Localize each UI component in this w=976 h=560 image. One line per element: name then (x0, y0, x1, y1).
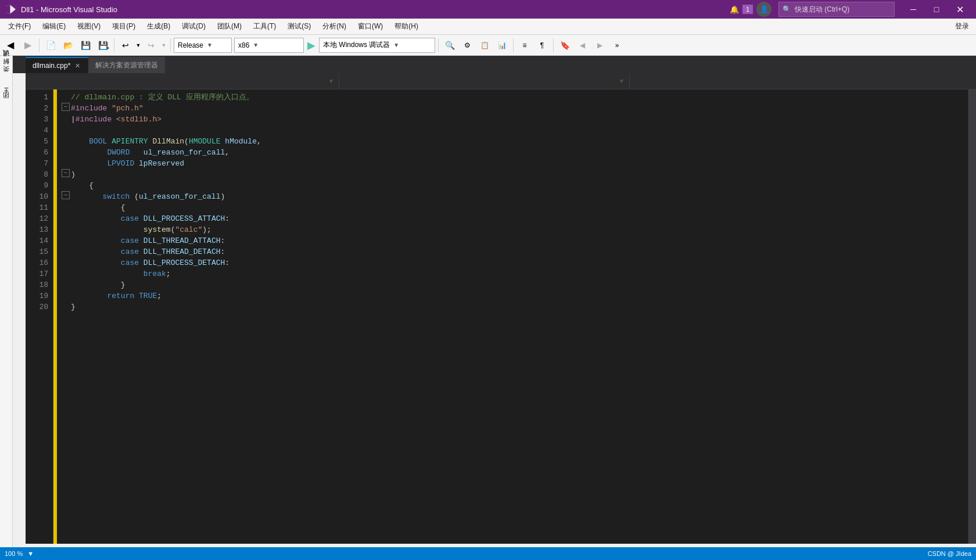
vs-logo-icon (5, 3, 17, 16)
tab-dllmain[interactable]: dllmain.cpp* ✕ (26, 57, 88, 73)
menu-analyze[interactable]: 分析(N) (317, 19, 352, 34)
tab-dllmain-label: dllmain.cpp* (33, 62, 70, 70)
menu-build[interactable]: 生成(B) (141, 19, 176, 34)
code-line-12: case DLL_PROCESS_ATTACH : (62, 213, 968, 224)
side-toolbar-item-1[interactable]: 调试 (0, 58, 12, 65)
login-button[interactable]: 登录 (955, 21, 974, 31)
separator-2 (114, 38, 114, 52)
fold-icon-8[interactable]: − (62, 169, 70, 177)
separator-6 (553, 38, 554, 52)
window-controls: ─ □ ✕ (902, 0, 971, 19)
debug-target-arrow-icon: ▼ (393, 42, 399, 48)
search-icon: 🔍 (783, 5, 791, 13)
code-line-14: case DLL_THREAD_ATTACH : (62, 235, 968, 246)
menu-team[interactable]: 团队(M) (211, 19, 247, 34)
minimize-button[interactable]: ─ (902, 0, 925, 19)
redo-dropdown[interactable]: ▼ (160, 37, 167, 53)
open-button[interactable]: 📂 (60, 37, 76, 53)
code-line-8: − ) (62, 169, 968, 180)
fold-icon-2[interactable]: − (62, 103, 70, 111)
close-button[interactable]: ✕ (948, 0, 971, 19)
code-line-4 (62, 125, 968, 136)
separator-1 (39, 38, 40, 52)
code-line-6: DWORD ul_reason_for_call , (62, 147, 968, 158)
new-file-button[interactable]: 📄 (42, 37, 59, 53)
hierarchy-button[interactable]: 📊 (494, 37, 510, 53)
notification-icon: 🔔 (730, 5, 739, 14)
side-toolbar-item-2[interactable]: 解 (0, 66, 12, 73)
menu-project[interactable]: 项目(P) (106, 19, 141, 34)
debug-target-dropdown[interactable]: 本地 Windows 调试器 ▼ (319, 38, 435, 53)
search-box[interactable]: 🔍 快速启动 (Ctrl+Q) (778, 2, 895, 17)
platform-arrow-icon: ▼ (253, 42, 259, 48)
platform-dropdown[interactable]: x86 ▼ (234, 38, 304, 53)
tab-solution-label: 解决方案资源管理器 (95, 60, 158, 70)
code-line-13: system ( "calc" ); (62, 224, 968, 235)
code-content[interactable]: // dllmain.cpp : 定义 DLL 应用程序的入口点。 − #inc… (57, 89, 968, 544)
next-bookmark-button[interactable]: ▶ (591, 37, 608, 53)
side-toolbar: 调试 解 类 ± 团 (0, 56, 13, 560)
menu-tools[interactable]: 工具(T) (247, 19, 282, 34)
code-line-19: return TRUE ; (62, 290, 968, 301)
undo-button[interactable]: ↩ (117, 37, 134, 53)
title-bar-right: 🔔 1 👤 🔍 快速启动 (Ctrl+Q) ─ □ ✕ (730, 0, 971, 19)
undo-dropdown[interactable]: ▼ (135, 37, 142, 53)
maximize-button[interactable]: □ (925, 0, 948, 19)
code-line-10: − switch ( ul_reason_for_call ) (62, 191, 968, 202)
profile-icon[interactable]: 👤 (756, 2, 772, 17)
code-line-7: LPVOID lpReserved (62, 158, 968, 169)
find-button[interactable]: 🔍 (442, 37, 458, 53)
code-editor[interactable]: 12345 678910 1112131415 1617181920 // dl… (26, 89, 976, 544)
separator-3 (170, 38, 171, 52)
code-line-1: // dllmain.cpp : 定义 DLL 应用程序的入口点。 (62, 92, 968, 103)
zoom-control[interactable]: 100 % ▼ (5, 550, 34, 557)
notification-badge: 1 (742, 5, 753, 14)
more-button[interactable]: » (609, 37, 625, 53)
tab-dllmain-close[interactable]: ✕ (74, 62, 81, 70)
menu-edit[interactable]: 编辑(E) (37, 19, 71, 34)
svg-marker-2 (6, 9, 10, 14)
save-button[interactable]: 💾 (77, 37, 94, 53)
menu-debug[interactable]: 调试(D) (176, 19, 211, 34)
nav-right-arrow: ▼ (619, 78, 625, 84)
tool2-button[interactable]: ⚙ (459, 37, 475, 53)
code-line-5: BOOL APIENTRY DllMain ( HMODULE hModule … (62, 136, 968, 147)
fold-icon-10[interactable]: − (62, 191, 70, 199)
code-line-17: break ; (62, 268, 968, 279)
configuration-dropdown[interactable]: Release ▼ (174, 38, 232, 53)
nav-dropdown-left[interactable]: ▼ (26, 74, 339, 89)
window-title: Dll1 - Microsoft Visual Studio (21, 5, 117, 14)
align-left-button[interactable]: ≡ (516, 37, 533, 53)
config-arrow-icon: ▼ (207, 42, 213, 48)
vertical-scrollbar[interactable] (968, 89, 976, 544)
status-branding: CSDN @ JIdea (928, 550, 971, 557)
side-toolbar-item-5[interactable]: 团 (0, 100, 12, 107)
menu-test[interactable]: 测试(S) (282, 19, 317, 34)
side-toolbar-item-3[interactable]: 类 (0, 74, 12, 81)
nav-dropdown-right[interactable]: ▼ (339, 74, 630, 89)
prev-bookmark-button[interactable]: ◀ (574, 37, 590, 53)
side-toolbar-item-4[interactable]: ± (0, 82, 13, 99)
zoom-arrow: ▼ (27, 550, 34, 557)
status-right: CSDN @ JIdea (928, 550, 971, 557)
menu-window[interactable]: 窗口(W) (352, 19, 389, 34)
menu-view[interactable]: 视图(V) (71, 19, 106, 34)
run-debug-button[interactable]: ▶ (305, 39, 318, 52)
tab-solution-explorer[interactable]: 解决方案资源管理器 (88, 57, 165, 73)
menu-help[interactable]: 帮助(H) (389, 19, 424, 34)
code-line-15: case DLL_THREAD_DETACH : (62, 246, 968, 257)
status-bar: 100 % ▼ CSDN @ JIdea (0, 547, 976, 560)
back-button[interactable]: ◀ (2, 37, 19, 53)
code-line-2: − #include "pch.h" (62, 103, 968, 114)
line-numbers: 12345 678910 1112131415 1617181920 (26, 89, 53, 544)
save-all-button[interactable]: 💾* (95, 37, 111, 53)
bookmark-button[interactable]: 🔖 (557, 37, 573, 53)
redo-button[interactable]: ↪ (143, 37, 159, 53)
code-line-3: | #include <stdlib.h> (62, 114, 968, 125)
forward-button[interactable]: ▶ (20, 37, 36, 53)
wrap-button[interactable]: ¶ (534, 37, 550, 53)
tab-bar: dllmain.cpp* ✕ 解决方案资源管理器 (13, 56, 976, 73)
refactor-button[interactable]: 📋 (476, 37, 493, 53)
notification-area: 🔔 1 👤 (730, 2, 772, 17)
menu-file[interactable]: 文件(F) (2, 19, 37, 34)
